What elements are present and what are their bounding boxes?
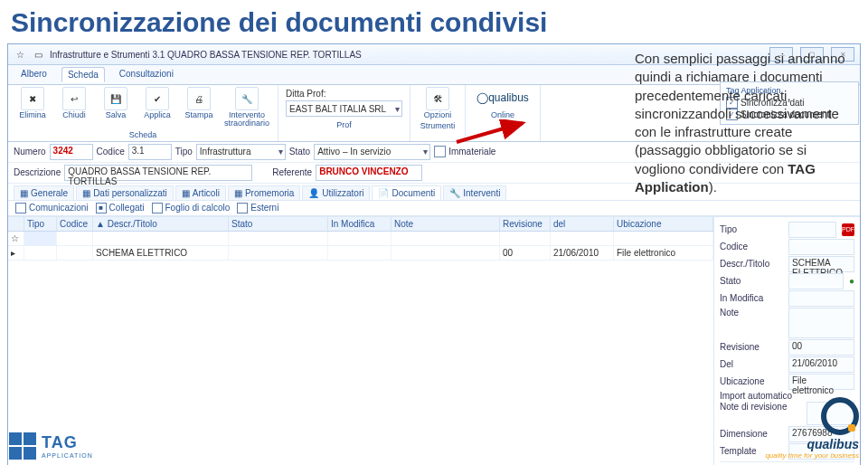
- immateriale-checkbox[interactable]: [434, 146, 446, 157]
- r-rev-v[interactable]: 00: [788, 339, 854, 356]
- cell-rev: 00: [500, 246, 551, 260]
- r-ubic-v[interactable]: File elettronico: [788, 374, 854, 390]
- immateriale-label: Immateriale: [448, 147, 495, 157]
- descr-field[interactable]: QUADRO BASSA TENSIONE REP. TORTILLAS: [64, 165, 252, 181]
- tipo-select[interactable]: Infrastruttura: [196, 144, 286, 160]
- grid-filter-row: ☆: [8, 232, 713, 246]
- r-inmod-v[interactable]: [788, 290, 854, 307]
- ref-field[interactable]: BRUNCO VINCENZO: [316, 165, 422, 181]
- stato-label: Stato: [289, 147, 310, 157]
- stampa-button[interactable]: 🖨Stampa: [180, 87, 218, 128]
- r-inmod-l: In Modifica: [720, 293, 783, 303]
- r-ubic-l: Ubicazione: [720, 376, 783, 386]
- r-stato-l: Stato: [720, 276, 783, 286]
- r-tipo-l: Tipo: [720, 224, 783, 234]
- ref-label: Referente: [272, 167, 312, 177]
- tab-utilizzatori[interactable]: 👤 Utilizzatori: [302, 185, 370, 200]
- cell-del: 21/06/2010: [551, 246, 614, 260]
- tag-logo: TAGAPPLICATION: [9, 432, 93, 460]
- numero-field[interactable]: 3242: [50, 144, 93, 160]
- r-tipo-v[interactable]: [788, 222, 836, 238]
- subtab-esterni[interactable]: Esterni: [237, 203, 278, 214]
- salva-button[interactable]: 💾Salva: [97, 87, 135, 128]
- group-label-prof: Prof: [336, 120, 352, 129]
- col-del[interactable]: del: [551, 217, 614, 231]
- col-stato[interactable]: Stato: [229, 217, 328, 231]
- subtab-comunicazioni[interactable]: Comunicazioni: [15, 203, 89, 214]
- ditta-label: Ditta Prof:: [286, 89, 402, 99]
- cell-ubic: File elettronico: [614, 246, 713, 260]
- cell-descr: SCHEMA ELETTRICO: [93, 246, 229, 260]
- qualibus-logo: qualibus quality time for your business: [765, 397, 859, 460]
- svg-line-0: [457, 123, 523, 142]
- opzioni-button[interactable]: 🛠Opzioni: [419, 87, 457, 119]
- r-del-v[interactable]: 21/06/2010: [788, 356, 854, 373]
- grid-header: Tipo Codice ▲ Descr./Titolo Stato In Mod…: [8, 217, 713, 232]
- tab-articoli[interactable]: ▦ Articoli: [175, 185, 226, 200]
- descr-label: Descrizione: [14, 167, 61, 177]
- tipo-label: Tipo: [175, 147, 193, 157]
- table-row[interactable]: ▸ SCHEMA ELETTRICO 00 21/06/2010 File el…: [8, 246, 713, 261]
- r-rev-l: Revisione: [720, 342, 783, 352]
- r-descr-l: Descr./Titolo: [720, 259, 783, 269]
- group-prof: Ditta Prof: EAST BALT ITALIA SRL Prof: [278, 85, 410, 141]
- tab-albero[interactable]: Albero: [15, 67, 52, 82]
- r-stato-v[interactable]: [788, 273, 844, 289]
- applica-button[interactable]: ✔Applica: [138, 87, 176, 128]
- description-text: Con semplici passaggi si andranno quindi…: [635, 50, 852, 196]
- col-ubic[interactable]: Ubicazione: [614, 217, 713, 231]
- col-codice[interactable]: Codice: [57, 217, 93, 231]
- app-icon: ☆: [14, 48, 26, 61]
- elimina-button[interactable]: ✖Elimina: [14, 87, 52, 128]
- col-note[interactable]: Note: [392, 217, 500, 231]
- tab-promemoria[interactable]: ▦ Promemoria: [228, 185, 300, 200]
- group-label-online: Online: [491, 110, 514, 119]
- col-descr[interactable]: ▲ Descr./Titolo: [93, 217, 229, 231]
- callout-arrow: [452, 119, 533, 147]
- tab-generale[interactable]: ▦ Generale: [14, 185, 74, 200]
- r-note-l: Note: [720, 308, 783, 318]
- tab-scheda[interactable]: Scheda: [61, 67, 105, 82]
- slide-title: Sincronizzazione dei documenti condivisi: [0, 0, 868, 43]
- r-tagapp-section: ˅ Tag Application: [720, 461, 854, 465]
- qualibus-button[interactable]: ◯ qualibus: [471, 87, 534, 109]
- tab-consultazioni[interactable]: Consultazioni: [114, 67, 179, 82]
- ditta-select[interactable]: EAST BALT ITALIA SRL: [286, 100, 402, 117]
- subtab-foglio[interactable]: Foglio di calcolo: [152, 203, 231, 214]
- col-rev[interactable]: Revisione: [500, 217, 551, 231]
- stato-select[interactable]: Attivo – In servizio: [314, 144, 430, 160]
- col-tipo[interactable]: Tipo: [24, 217, 57, 231]
- col-inmod[interactable]: In Modifica: [328, 217, 392, 231]
- r-descr-v[interactable]: SCHEMA ELETTRICO: [788, 256, 854, 272]
- intervento-button[interactable]: 🔧Intervento straordinario: [222, 87, 272, 128]
- tab-documenti[interactable]: 📄 Documenti: [372, 185, 441, 200]
- sub-tabs: Comunicazioni ■Collegati Foglio di calco…: [8, 201, 860, 216]
- codice-label: Codice: [97, 147, 125, 157]
- group-label-scheda: Scheda: [129, 130, 157, 139]
- subtab-collegati[interactable]: ■Collegati: [96, 203, 145, 214]
- tab-interventi[interactable]: 🔧 Interventi: [443, 185, 506, 200]
- r-codice-v[interactable]: [788, 239, 854, 255]
- group-label-strumenti: Strumenti: [420, 121, 456, 130]
- r-codice-l: Codice: [720, 242, 783, 251]
- chiudi-button[interactable]: ↩Chiudi: [55, 87, 93, 128]
- pdf-icon[interactable]: PDF: [842, 223, 854, 236]
- footer-logos: TAGAPPLICATION qualibus quality time for…: [9, 397, 859, 460]
- group-scheda: ✖Elimina ↩Chiudi 💾Salva ✔Applica 🖨Stampa…: [8, 85, 278, 141]
- doc-icon: ▭: [32, 48, 44, 61]
- r-note-v[interactable]: [788, 308, 854, 338]
- codice-field[interactable]: 3.1: [128, 144, 172, 160]
- numero-label: Numero: [14, 147, 46, 157]
- r-del-l: Del: [720, 359, 783, 369]
- tab-dati[interactable]: ▦ Dati personalizzati: [76, 185, 174, 200]
